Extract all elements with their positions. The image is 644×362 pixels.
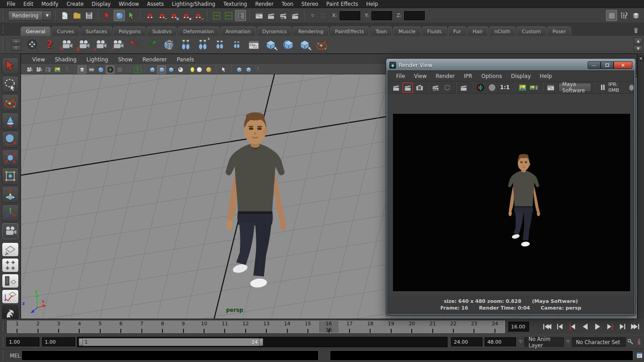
render-view-menu-view[interactable]: View xyxy=(409,73,431,79)
menu-display[interactable]: Display xyxy=(88,1,115,7)
shelf-row-grip[interactable] xyxy=(2,38,6,52)
shelf-red-cube-select-button[interactable]: ↖ xyxy=(263,37,278,52)
viewport-menu-view[interactable]: View xyxy=(27,56,50,63)
range-slider-grip[interactable] xyxy=(2,337,6,347)
use-default-material-icon[interactable] xyxy=(176,65,185,74)
default-light-icon[interactable] xyxy=(204,65,213,74)
select-tool-button[interactable] xyxy=(2,57,19,74)
minimize-button[interactable]: — xyxy=(588,61,601,69)
select-hierarchy-button[interactable] xyxy=(102,10,113,21)
time-ruler[interactable]: 1234567891011121314151616171819202122232… xyxy=(6,320,506,334)
range-end-handle[interactable] xyxy=(259,338,263,346)
auto-keyframe-toggle-icon[interactable] xyxy=(626,337,635,346)
render-settings-button[interactable]: ⁘ xyxy=(290,10,301,21)
renderer-selector[interactable]: Maya Software xyxy=(559,83,591,92)
shelf-trash-icon[interactable] xyxy=(631,26,640,35)
shelf-dropdown-button[interactable]: ▽ xyxy=(11,45,21,51)
menu-window[interactable]: Window xyxy=(115,1,143,7)
shelf-camera-dolly-button[interactable]: ↗ xyxy=(110,37,125,52)
redo-previous-render-button[interactable] xyxy=(402,82,413,93)
open-render-settings-button[interactable] xyxy=(545,82,556,93)
shelf-film-reel-button[interactable] xyxy=(25,37,40,52)
script-editor-icon[interactable] xyxy=(635,350,644,360)
remove-image-button[interactable] xyxy=(529,82,540,93)
save-scene-button[interactable] xyxy=(83,10,94,21)
ipr-render-button[interactable]: IPR xyxy=(431,82,441,93)
render-region-button[interactable]: ⁘ xyxy=(459,82,469,93)
last-tool-used-button[interactable] xyxy=(2,223,19,240)
shelf-camera-dollar-button[interactable]: $ xyxy=(76,37,91,52)
range-start-handle[interactable] xyxy=(79,338,83,346)
time-slider-frame-7[interactable]: 7 xyxy=(132,320,152,333)
render-view-menu-display[interactable]: Display xyxy=(507,73,535,79)
tool-settings-toggle-button[interactable] xyxy=(618,10,629,21)
isolate-select-icon[interactable] xyxy=(219,65,228,74)
safe-action-icon[interactable] xyxy=(124,65,133,74)
z-coordinate-input[interactable] xyxy=(404,11,425,20)
menu-set-selector[interactable]: Rendering ▼ xyxy=(8,11,52,21)
animation-start-field[interactable]: 1.00 xyxy=(6,337,39,346)
step-forward-frame-button[interactable] xyxy=(617,321,628,332)
shelf-menu-button[interactable]: ▭ xyxy=(11,39,21,44)
time-slider-frame-18[interactable]: 18 xyxy=(360,320,380,333)
command-input[interactable] xyxy=(21,350,319,361)
shelf-tab-poser[interactable]: Poser xyxy=(547,26,571,36)
render-view-menu-file[interactable]: File xyxy=(392,73,409,79)
time-slider-frame-14[interactable]: 14 xyxy=(277,320,297,333)
grid-toggle-icon[interactable] xyxy=(77,65,86,74)
rotate-tool-button[interactable] xyxy=(2,131,19,148)
render-view-menu-options[interactable]: Options xyxy=(477,73,506,79)
open-render-view-button[interactable] xyxy=(253,10,264,21)
shelf-help-button[interactable]: ? xyxy=(42,37,57,52)
shelf-tab-deformation[interactable]: Deformation xyxy=(178,26,219,36)
input-connections-button[interactable] xyxy=(211,10,222,21)
film-gate-icon[interactable] xyxy=(87,65,96,74)
xray-icon[interactable] xyxy=(235,65,243,74)
snapshot-button[interactable] xyxy=(414,82,425,93)
snap-to-curve-button[interactable]: ~ xyxy=(156,10,167,21)
layout-single-perspective-button[interactable] xyxy=(2,242,19,257)
menu-file[interactable]: File xyxy=(3,1,19,7)
play-backwards-button[interactable] xyxy=(579,321,591,332)
layout-four-view-button[interactable] xyxy=(2,258,19,272)
shelf-gray-cubes-select-button[interactable]: ↖ xyxy=(297,37,312,52)
menu-set-dropdown-icon[interactable]: ▼ xyxy=(43,11,52,21)
attribute-editor-toggle-button[interactable] xyxy=(606,10,617,21)
shelf-scroll-down-button[interactable]: ▼ xyxy=(634,45,643,52)
shelf-tab-custom[interactable]: Custom xyxy=(516,26,546,36)
camera-select-icon[interactable] xyxy=(25,65,34,74)
x-coordinate-input[interactable] xyxy=(340,11,360,20)
render-view-menu-help[interactable]: Help xyxy=(535,73,556,79)
viewport-menu-lighting[interactable]: Lighting xyxy=(81,56,113,63)
shelf-camera-orbit-button[interactable]: ↻ xyxy=(59,37,74,52)
shelf-sphere-cube-select-button[interactable] xyxy=(280,37,295,52)
universal-manipulator-button[interactable] xyxy=(2,168,19,185)
gate-mask-icon[interactable] xyxy=(106,65,115,74)
time-slider-grip[interactable] xyxy=(2,322,6,332)
shelf-paint-brush-button[interactable] xyxy=(314,37,329,52)
go-to-start-button[interactable] xyxy=(542,321,553,332)
real-size-button[interactable]: 1:1 xyxy=(500,84,510,90)
time-slider-frame-22[interactable]: 22 xyxy=(443,320,464,333)
time-slider-frame-3[interactable]: 3 xyxy=(48,320,69,333)
render-view-canvas[interactable] xyxy=(388,94,634,296)
shelf-tab-curves[interactable]: Curves xyxy=(51,26,79,36)
shelf-scroll-up-button[interactable]: ▲ xyxy=(634,38,643,44)
time-slider-frame-10[interactable]: 10 xyxy=(194,320,214,333)
move-tool-button[interactable] xyxy=(2,112,19,129)
shelf-delete-history-button[interactable] xyxy=(161,37,176,52)
viewport-menu-renderer[interactable]: Renderer xyxy=(137,56,172,63)
menu-render[interactable]: Render xyxy=(251,1,277,7)
viewport-menu-show[interactable]: Show xyxy=(113,56,137,63)
menu-assets[interactable]: Assets xyxy=(143,1,168,7)
shelf-tab-dynamics[interactable]: Dynamics xyxy=(257,26,292,36)
layout-persp-outliner-button[interactable] xyxy=(2,274,19,288)
command-line-grip[interactable] xyxy=(2,351,6,361)
menu-paint-effects[interactable]: Paint Effects xyxy=(322,1,362,7)
select-object-mode-button[interactable] xyxy=(114,10,125,21)
time-slider-frame-8[interactable]: 8 xyxy=(152,320,173,333)
shelf-tab-rendering[interactable]: Rendering xyxy=(293,26,328,36)
shelf-tab-animation[interactable]: Animation xyxy=(220,26,256,36)
shelf-joint-tool-button-4[interactable] xyxy=(229,37,244,52)
pause-ipr-icon[interactable] xyxy=(601,85,605,90)
